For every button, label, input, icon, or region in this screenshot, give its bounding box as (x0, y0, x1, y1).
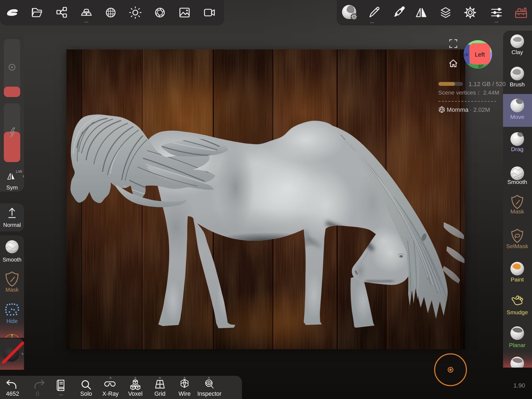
svg-text:Voxel: Voxel (128, 391, 143, 397)
svg-text:Solo: Solo (80, 391, 92, 397)
svg-text:Smooth: Smooth (3, 257, 22, 263)
svg-text:Scene vertices： 2.44M: Scene vertices： 2.44M (438, 89, 499, 96)
svg-text:· 2.02M: · 2.02M (470, 106, 490, 113)
svg-text:Paint: Paint (511, 276, 524, 283)
svg-text:Move: Move (510, 114, 524, 120)
svg-text:Clay: Clay (511, 49, 523, 55)
svg-text:Drag: Drag (511, 146, 524, 152)
svg-text:X-Ray: X-Ray (102, 391, 119, 397)
svg-text:Grid: Grid (154, 391, 166, 397)
svg-text:Mask: Mask (510, 208, 524, 215)
svg-text:...: ... (370, 19, 374, 24)
svg-text:...: ... (84, 18, 88, 24)
svg-text:Inspector: Inspector (197, 391, 221, 397)
svg-text:Left: Left (475, 51, 485, 58)
svg-text:Wire: Wire (179, 391, 191, 397)
svg-text:Brush: Brush (510, 81, 525, 87)
svg-text:4652: 4652 (6, 391, 19, 397)
svg-text:L/W: L/W (16, 169, 22, 174)
svg-text:Planar: Planar (509, 342, 526, 348)
svg-text:Mask: Mask (5, 287, 19, 293)
svg-text:Smudge: Smudge (507, 309, 528, 315)
svg-text:Smooth: Smooth (507, 179, 527, 185)
svg-text:...: ... (494, 18, 498, 24)
svg-text:Momma: Momma (447, 106, 469, 113)
svg-text:0: 0 (36, 391, 39, 397)
svg-text:SelMask: SelMask (506, 243, 528, 249)
svg-text:Sym: Sym (6, 184, 18, 190)
svg-text:Normal: Normal (3, 222, 21, 228)
svg-text:...: ... (59, 391, 63, 396)
svg-text:1.12 GB / 520 M: 1.12 GB / 520 M (469, 81, 506, 87)
